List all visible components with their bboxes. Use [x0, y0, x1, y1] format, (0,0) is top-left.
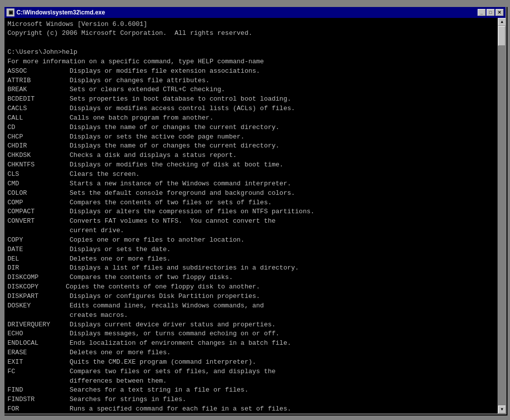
- maximize-button[interactable]: □: [487, 9, 495, 16]
- scroll-up-button[interactable]: ▲: [498, 18, 506, 26]
- console-output[interactable]: Microsoft Windows [Version 6.0.6001] Cop…: [4, 18, 498, 414]
- cmd-icon: ▣: [6, 8, 14, 16]
- cmd-window: ▣ C:\Windows\system32\cmd.exe _ □ ✕ Micr…: [3, 6, 507, 415]
- vertical-scrollbar[interactable]: ▲ ▼: [498, 18, 506, 414]
- scroll-thumb[interactable]: [498, 26, 506, 46]
- minimize-button[interactable]: _: [478, 9, 486, 16]
- scroll-down-button[interactable]: ▼: [498, 406, 506, 414]
- close-button[interactable]: ✕: [496, 9, 504, 16]
- console-area: Microsoft Windows [Version 6.0.6001] Cop…: [4, 18, 506, 414]
- title-bar-left: ▣ C:\Windows\system32\cmd.exe: [6, 8, 105, 16]
- window-title: C:\Windows\system32\cmd.exe: [16, 9, 105, 16]
- window-controls: _ □ ✕: [478, 9, 504, 16]
- scroll-track[interactable]: [498, 26, 506, 406]
- title-bar: ▣ C:\Windows\system32\cmd.exe _ □ ✕: [4, 7, 506, 18]
